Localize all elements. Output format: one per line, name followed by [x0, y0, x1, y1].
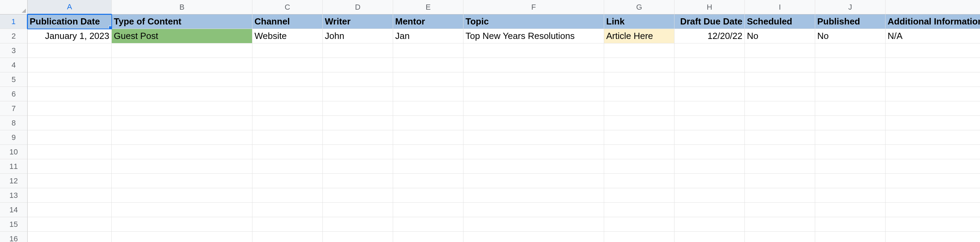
empty-cell[interactable] — [463, 116, 604, 130]
empty-cell[interactable] — [675, 203, 745, 217]
empty-cell[interactable] — [815, 203, 886, 217]
empty-cell[interactable] — [323, 72, 393, 87]
row-header-9[interactable]: 9 — [0, 130, 28, 145]
header-cell-topic[interactable]: Topic — [463, 14, 604, 29]
empty-cell[interactable] — [604, 116, 675, 130]
empty-cell[interactable] — [252, 217, 323, 232]
empty-cell[interactable] — [675, 101, 745, 116]
empty-cell[interactable] — [323, 87, 393, 101]
empty-cell[interactable] — [463, 159, 604, 174]
empty-cell[interactable] — [393, 232, 463, 242]
empty-cell[interactable] — [112, 43, 252, 58]
empty-cell[interactable] — [323, 188, 393, 203]
empty-cell[interactable] — [675, 43, 745, 58]
empty-cell[interactable] — [745, 203, 815, 217]
empty-cell[interactable] — [745, 87, 815, 101]
empty-cell[interactable] — [745, 145, 815, 159]
empty-cell[interactable] — [886, 116, 980, 130]
empty-cell[interactable] — [393, 145, 463, 159]
empty-cell[interactable] — [112, 188, 252, 203]
row-header-4[interactable]: 4 — [0, 58, 28, 72]
empty-cell[interactable] — [886, 145, 980, 159]
column-header-C[interactable]: C — [252, 0, 323, 14]
empty-cell[interactable] — [675, 87, 745, 101]
empty-cell[interactable] — [393, 58, 463, 72]
empty-cell[interactable] — [463, 174, 604, 188]
empty-cell[interactable] — [252, 72, 323, 87]
empty-cell[interactable] — [28, 145, 112, 159]
empty-cell[interactable] — [112, 58, 252, 72]
empty-cell[interactable] — [252, 87, 323, 101]
empty-cell[interactable] — [886, 130, 980, 145]
header-cell-published[interactable]: Published — [815, 14, 886, 29]
row-header-15[interactable]: 15 — [0, 217, 28, 232]
header-cell-publication-date[interactable]: Publication Date — [28, 14, 112, 29]
empty-cell[interactable] — [604, 58, 675, 72]
header-cell-draft-due-date[interactable]: Draft Due Date — [675, 14, 745, 29]
column-header-E[interactable]: E — [393, 0, 463, 14]
empty-cell[interactable] — [745, 58, 815, 72]
row-header-3[interactable]: 3 — [0, 43, 28, 58]
empty-cell[interactable] — [463, 58, 604, 72]
row-header-12[interactable]: 12 — [0, 174, 28, 188]
empty-cell[interactable] — [323, 232, 393, 242]
empty-cell[interactable] — [112, 159, 252, 174]
empty-cell[interactable] — [675, 116, 745, 130]
empty-cell[interactable] — [815, 72, 886, 87]
empty-cell[interactable] — [28, 130, 112, 145]
header-cell-scheduled[interactable]: Scheduled — [745, 14, 815, 29]
column-header-F[interactable]: F — [463, 0, 604, 14]
empty-cell[interactable] — [463, 145, 604, 159]
empty-cell[interactable] — [604, 203, 675, 217]
empty-cell[interactable] — [252, 43, 323, 58]
column-header-I[interactable]: I — [745, 0, 815, 14]
empty-cell[interactable] — [745, 232, 815, 242]
empty-cell[interactable] — [815, 159, 886, 174]
empty-cell[interactable] — [675, 217, 745, 232]
empty-cell[interactable] — [886, 188, 980, 203]
empty-cell[interactable] — [815, 101, 886, 116]
row-header-8[interactable]: 8 — [0, 116, 28, 130]
column-header-H[interactable]: H — [675, 0, 745, 14]
empty-cell[interactable] — [393, 43, 463, 58]
cell-draft-due-date[interactable]: 12/20/22 — [675, 29, 745, 43]
cell-additional-info[interactable]: N/A — [886, 29, 980, 43]
empty-cell[interactable] — [393, 101, 463, 116]
empty-cell[interactable] — [886, 203, 980, 217]
empty-cell[interactable] — [745, 159, 815, 174]
column-header-D[interactable]: D — [323, 0, 393, 14]
empty-cell[interactable] — [112, 72, 252, 87]
empty-cell[interactable] — [604, 72, 675, 87]
header-cell-additional-information[interactable]: Additional Information — [886, 14, 980, 29]
empty-cell[interactable] — [28, 159, 112, 174]
row-header-13[interactable]: 13 — [0, 188, 28, 203]
empty-cell[interactable] — [815, 87, 886, 101]
empty-cell[interactable] — [112, 232, 252, 242]
empty-cell[interactable] — [604, 130, 675, 145]
header-cell-link[interactable]: Link — [604, 14, 675, 29]
empty-cell[interactable] — [463, 72, 604, 87]
empty-cell[interactable] — [28, 232, 112, 242]
row-header-6[interactable]: 6 — [0, 87, 28, 101]
empty-cell[interactable] — [745, 174, 815, 188]
empty-cell[interactable] — [463, 232, 604, 242]
empty-cell[interactable] — [815, 43, 886, 58]
empty-cell[interactable] — [323, 217, 393, 232]
empty-cell[interactable] — [886, 72, 980, 87]
empty-cell[interactable] — [28, 101, 112, 116]
empty-cell[interactable] — [675, 174, 745, 188]
cell-type-of-content[interactable]: Guest Post — [112, 29, 252, 43]
row-header-5[interactable]: 5 — [0, 72, 28, 87]
empty-cell[interactable] — [393, 130, 463, 145]
empty-cell[interactable] — [815, 217, 886, 232]
empty-cell[interactable] — [675, 159, 745, 174]
empty-cell[interactable] — [463, 43, 604, 58]
empty-cell[interactable] — [28, 116, 112, 130]
empty-cell[interactable] — [28, 87, 112, 101]
empty-cell[interactable] — [323, 145, 393, 159]
empty-cell[interactable] — [675, 145, 745, 159]
empty-cell[interactable] — [112, 174, 252, 188]
empty-cell[interactable] — [323, 203, 393, 217]
empty-cell[interactable] — [252, 174, 323, 188]
empty-cell[interactable] — [675, 188, 745, 203]
